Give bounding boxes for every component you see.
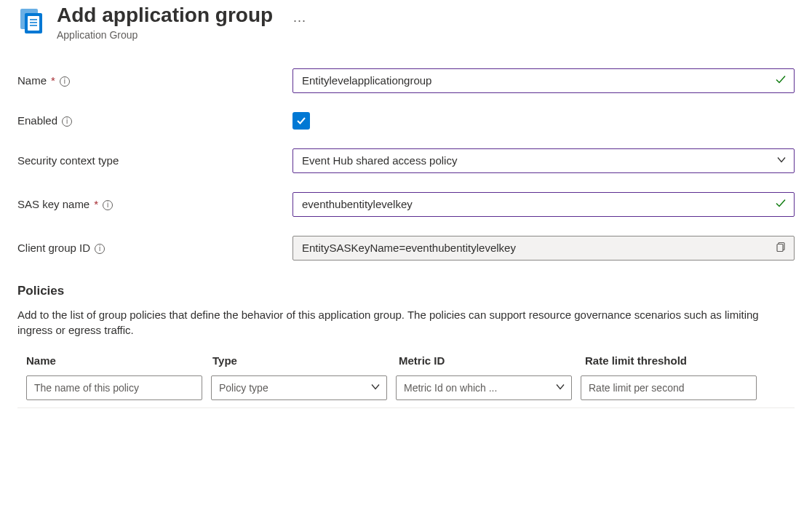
placeholder-text: Rate limit per second <box>589 382 685 394</box>
client-group-id-value: EntitySASKeyName=eventhubentitylevelkey <box>302 242 516 254</box>
client-group-id-label: Client group ID <box>17 242 90 254</box>
copy-icon[interactable] <box>776 242 787 254</box>
col-name: Name <box>26 354 208 367</box>
check-icon <box>775 197 787 211</box>
page-subtitle: Application Group <box>57 29 273 41</box>
chevron-down-icon <box>776 154 787 167</box>
name-label: Name <box>17 74 47 87</box>
name-value: Entitylevelapplicationgroup <box>302 74 431 87</box>
required-marker: * <box>94 198 98 210</box>
policy-metric-select[interactable]: Metric Id on which ... <box>396 375 572 400</box>
placeholder-text: Metric Id on which ... <box>404 382 497 394</box>
policy-row: The name of this policy Policy type Metr… <box>17 375 795 400</box>
chevron-down-icon <box>370 382 381 394</box>
sas-key-name-label: SAS key name <box>17 198 89 210</box>
policy-threshold-input[interactable]: Rate limit per second <box>581 375 757 400</box>
enabled-label: Enabled <box>17 114 57 127</box>
check-icon <box>775 73 787 87</box>
security-context-type-label: Security context type <box>17 154 119 167</box>
security-context-type-select[interactable]: Event Hub shared access policy <box>292 148 795 173</box>
page-title: Add application group <box>57 3 273 28</box>
more-actions-button[interactable]: ··· <box>293 13 306 28</box>
policy-type-select[interactable]: Policy type <box>211 375 387 400</box>
info-icon[interactable]: i <box>62 116 72 127</box>
policies-description: Add to the list of group policies that d… <box>17 307 767 339</box>
col-metric-id: Metric ID <box>399 354 581 367</box>
chevron-down-icon <box>555 382 565 394</box>
info-icon[interactable]: i <box>60 76 70 87</box>
info-icon[interactable]: i <box>103 200 113 210</box>
svg-rect-7 <box>777 244 783 251</box>
sas-key-name-value: eventhubentitylevelkey <box>302 198 413 210</box>
sas-key-name-input[interactable]: eventhubentitylevelkey <box>292 192 795 217</box>
col-threshold: Rate limit threshold <box>585 354 767 367</box>
placeholder-text: The name of this policy <box>34 382 139 394</box>
security-context-type-value: Event Hub shared access policy <box>302 154 457 167</box>
page-header: Add application group Application Group … <box>17 0 795 54</box>
policies-title: Policies <box>17 284 795 298</box>
app-group-icon <box>17 6 47 35</box>
svg-rect-2 <box>28 16 39 31</box>
divider <box>17 407 795 408</box>
client-group-id-field: EntitySASKeyName=eventhubentitylevelkey <box>292 236 795 261</box>
col-type: Type <box>212 354 394 367</box>
policy-name-input[interactable]: The name of this policy <box>26 375 202 400</box>
info-icon[interactable]: i <box>95 244 105 254</box>
placeholder-text: Policy type <box>219 382 268 394</box>
enabled-checkbox[interactable] <box>292 112 310 130</box>
name-input[interactable]: Entitylevelapplicationgroup <box>292 68 795 93</box>
required-marker: * <box>51 74 55 87</box>
